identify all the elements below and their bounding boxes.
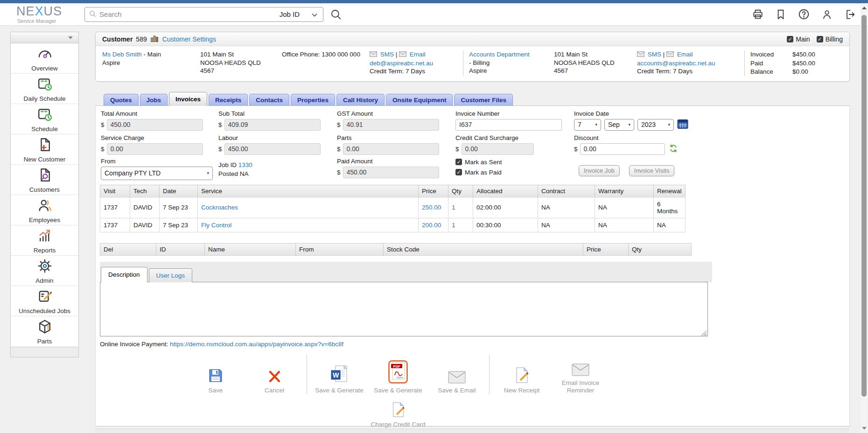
print-button[interactable] [752, 8, 764, 21]
description-textarea[interactable] [100, 282, 708, 336]
svg-text:PDF: PDF [393, 364, 400, 368]
sidebar-item-employees[interactable]: Employees [11, 195, 78, 225]
primary-email-address[interactable]: deb@aspireabc.net.au [370, 60, 433, 67]
sms-envelope-icon [637, 51, 644, 58]
primary-contact-link[interactable]: Ms Deb Smith [102, 51, 142, 58]
tab-description[interactable]: Description [101, 267, 147, 282]
calendar-clock-icon [36, 106, 53, 124]
invoice-month-select[interactable]: Sep▾ [604, 119, 634, 131]
tab-user-logs[interactable]: User Logs [149, 268, 193, 282]
customer-report-icon[interactable] [150, 35, 159, 44]
tab-invoices[interactable]: Invoices [169, 92, 207, 106]
gst-amount-input[interactable] [343, 119, 439, 131]
logout-button[interactable] [844, 8, 856, 21]
sidebar-item-customers[interactable]: Customers [11, 165, 78, 195]
discount-input[interactable] [580, 143, 665, 155]
refresh-icon[interactable] [669, 144, 678, 154]
main-content: Customer 589 Customer Settings ✓Main ✓Bi… [95, 32, 850, 426]
chevron-down-icon: ▾ [668, 122, 670, 127]
scroll-down-arrow[interactable] [862, 427, 867, 430]
job-id-link[interactable]: 1330 [238, 161, 252, 168]
tab-receipts[interactable]: Receipts [209, 94, 248, 106]
sms-link[interactable]: SMS [380, 51, 394, 58]
sidebar-item-overview[interactable]: Overview [11, 43, 78, 74]
floppy-disk-icon [208, 362, 224, 384]
sidebar-item-daily-schedule[interactable]: Daily Schedule [11, 74, 78, 104]
price-cell[interactable]: 200.00 [419, 218, 448, 232]
page-scrollbar[interactable] [861, 4, 868, 432]
main-checkbox[interactable]: ✓Main [787, 35, 810, 43]
scroll-up-arrow[interactable] [862, 7, 867, 9]
sidebar-item-admin[interactable]: Admin [11, 256, 78, 286]
paid-amount-input[interactable] [343, 167, 439, 178]
email-invoice-reminder-button[interactable]: Email Invoice Reminder [551, 355, 610, 394]
help-button[interactable] [798, 8, 810, 21]
cancel-button[interactable]: Cancel [245, 355, 304, 394]
search-button[interactable] [330, 8, 342, 21]
cc-surcharge-field: Credit Card Surcharge $ [455, 134, 534, 155]
user-account-button[interactable] [821, 8, 833, 21]
email-link[interactable]: Email [410, 51, 426, 58]
sidebar-item-parts[interactable]: Parts [11, 316, 78, 347]
tab-jobs[interactable]: Jobs [140, 94, 168, 106]
primary-contact-name: Ms Deb Smith - Main Aspire [102, 50, 200, 76]
save-button[interactable]: Save [186, 355, 245, 394]
nexus-logo[interactable]: NEXUS Service Manager [16, 5, 62, 24]
total-amount-input[interactable] [107, 119, 203, 131]
invoice-job-button[interactable]: Invoice Job [579, 165, 620, 176]
sidebar-item-schedule[interactable]: Schedule [11, 104, 78, 134]
search-input[interactable] [99, 10, 280, 18]
tab-contacts[interactable]: Contacts [249, 94, 289, 106]
invoice-visits-button[interactable]: Invoice Visits [629, 165, 675, 176]
save-generate-pdf-button[interactable]: PDFAdobe Save & Generate [369, 355, 427, 394]
sidebar-item-new-customer[interactable]: New Customer [11, 134, 78, 165]
sidebar-item-unscheduled-jobs[interactable]: Unscheduled Jobs [11, 286, 78, 316]
billing-checkbox[interactable]: ✓Billing [817, 35, 843, 43]
labour-input[interactable] [224, 143, 321, 155]
bookmark-button[interactable] [775, 8, 787, 21]
billing-email-address[interactable]: accounts@aspireabc.net.au [637, 60, 715, 67]
sidebar-collapse-button[interactable] [11, 32, 78, 43]
mark-as-sent-checkbox[interactable]: ✓Mark as Sent [455, 159, 502, 166]
invoice-year-select[interactable]: 2023▾ [637, 119, 674, 131]
invoice-day-select[interactable]: 7▾ [574, 119, 601, 131]
tab-customer-files[interactable]: Customer Files [454, 94, 513, 106]
mark-as-paid-checkbox[interactable]: ✓Mark as Paid [455, 169, 502, 176]
tab-properties[interactable]: Properties [291, 94, 335, 106]
online-payment-link[interactable]: https://demo.nsmcloud.com.au/apps/payinv… [170, 341, 343, 348]
qty-cell[interactable]: 1 [448, 218, 473, 232]
new-receipt-button[interactable]: New Receipt [492, 355, 551, 394]
tab-quotes[interactable]: Quotes [104, 94, 139, 106]
calendar-icon[interactable] [677, 119, 688, 131]
paid-value: $450.00 [792, 59, 815, 68]
cc-surcharge-input[interactable] [462, 143, 534, 155]
tab-onsite-equipment[interactable]: Onsite Equipment [386, 94, 453, 106]
billing-credit-term: Credit Term: 7 Days [637, 68, 693, 75]
sms-link[interactable]: SMS [648, 51, 661, 58]
customer-tabs: Quotes Jobs Invoices Receipts Contacts P… [95, 92, 850, 106]
price-cell[interactable]: 250.00 [419, 197, 448, 218]
chevron-down-icon: ▾ [207, 171, 209, 175]
service-link[interactable]: Cockroaches [201, 204, 238, 211]
chevron-down-icon [68, 36, 73, 39]
save-email-button[interactable]: Save & Email [427, 355, 486, 394]
parts-input[interactable] [343, 143, 439, 155]
charge-credit-card-button[interactable]: Charge Credit Card [369, 396, 427, 428]
customer-settings-link[interactable]: Customer Settings [162, 35, 216, 43]
invoice-number-input[interactable] [455, 119, 562, 131]
invoice-form: Total Amount $ Sub Total $ GST Amount $ … [100, 110, 849, 181]
sub-total-field: Sub Total $ [218, 110, 321, 131]
service-link[interactable]: Fly Control [201, 222, 231, 229]
parts-box-icon [36, 318, 53, 336]
scrollbar-thumb[interactable] [861, 15, 867, 397]
sidebar-item-reports[interactable]: Reports [11, 225, 78, 256]
sub-total-input[interactable] [224, 119, 321, 131]
search-type-select[interactable]: Job ID [280, 10, 318, 18]
save-generate-word-button[interactable]: W Save & Generate [310, 355, 369, 394]
billing-contact-link[interactable]: Accounts Department [469, 51, 530, 58]
email-link[interactable]: Email [677, 51, 693, 58]
service-charge-input[interactable] [107, 143, 203, 155]
from-select[interactable]: Company PTY LTD▾ [101, 167, 213, 180]
tab-call-history[interactable]: Call History [336, 94, 385, 106]
qty-cell[interactable]: 1 [448, 197, 473, 218]
